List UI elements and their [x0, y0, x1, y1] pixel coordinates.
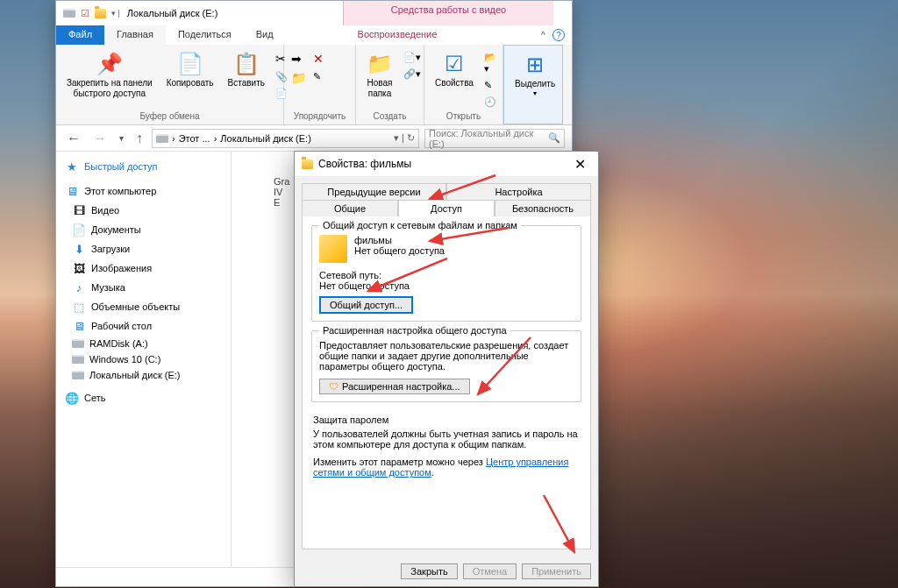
video-icon: 🎞 [72, 203, 86, 217]
nav-ramdisk[interactable]: RAMDisk (A:) [56, 336, 231, 351]
tab-general[interactable]: Общие [302, 200, 398, 216]
copy-button[interactable]: 📄 Копировать [161, 46, 219, 92]
password-change-text: Изменить этот параметр можно через Центр… [313, 457, 580, 478]
select-icon: ⊞ [526, 51, 544, 79]
tab-playback[interactable]: Воспроизведение [346, 25, 450, 45]
ribbon: 📌 Закрепить на панели быстрого доступа 📄… [56, 45, 572, 125]
easy-access-icon[interactable]: 🔗▾ [402, 67, 423, 81]
rename-icon[interactable]: ✎ [311, 69, 325, 84]
network-path-label: Сетевой путь: [319, 270, 574, 280]
nav-3d[interactable]: ⬚Объемные объекты [56, 297, 231, 316]
nav-desktop[interactable]: 🖥Рабочий стол [56, 316, 231, 336]
desktop-icon: 🖥 [72, 319, 86, 333]
network-sharing-group: Общий доступ к сетевым файлам и папкам ф… [311, 225, 581, 322]
shared-folder-name: фильмы [354, 235, 445, 245]
new-item-icon[interactable]: 📄▾ [402, 50, 423, 65]
qat-folder-icon[interactable] [95, 9, 106, 18]
advanced-sharing-group: Расширенная настройка общего доступа Пре… [311, 330, 581, 402]
nav-videos[interactable]: 🎞Видео [56, 201, 231, 220]
address-bar: ← → ▾ ↑ › Этот ... › Локальный диск (E:)… [56, 125, 572, 152]
nav-recent-button[interactable]: ▾ [116, 131, 127, 145]
shield-icon: 🛡 [329, 381, 339, 392]
close-dialog-button[interactable]: Закрыть [401, 563, 457, 579]
history-icon[interactable]: 🕘 [482, 95, 498, 110]
quick-access[interactable]: ★Быстрый доступ [56, 157, 231, 176]
new-folder-icon: 📁 [367, 50, 393, 78]
select-button[interactable]: ⊞ Выделить ▾ [510, 47, 560, 101]
drive-icon [72, 339, 84, 348]
search-icon: 🔍 [548, 132, 560, 144]
paste-icon: 📋 [233, 50, 260, 78]
qat-dropdown-icon[interactable]: ▾ | [111, 9, 120, 18]
qat-save-icon[interactable]: ☑ [81, 8, 89, 19]
nav-downloads[interactable]: ⬇Загрузки [56, 239, 231, 259]
download-icon: ⬇ [72, 242, 86, 256]
password-desc: У пользователей должны быть учетная запи… [313, 429, 580, 450]
tab-main[interactable]: Главная [104, 25, 166, 45]
document-icon: 📄 [72, 223, 86, 237]
folder-large-icon [319, 235, 347, 263]
folder-icon [302, 159, 313, 169]
create-group-label: Создать [361, 110, 418, 123]
cube-icon: ⬚ [72, 300, 86, 314]
music-icon: ♪ [72, 280, 86, 294]
pc-icon: 🖥 [65, 184, 79, 198]
tab-security[interactable]: Безопасность [495, 200, 591, 216]
open-group-label: Открыть [430, 110, 497, 123]
pin-icon: 📌 [96, 50, 123, 78]
nav-documents[interactable]: 📄Документы [56, 220, 231, 239]
drive-small-icon [63, 9, 75, 18]
tab-share[interactable]: Поделиться [166, 25, 244, 45]
sharing-status: Нет общего доступа [354, 245, 445, 256]
nav-up-button[interactable]: ↑ [132, 129, 146, 148]
nav-pictures[interactable]: 🖼Изображения [56, 259, 231, 278]
drive-icon [72, 371, 84, 379]
delete-icon[interactable]: ✕ [311, 50, 325, 67]
help-icon[interactable]: ? [552, 29, 565, 41]
properties-icon: ☑ [445, 50, 464, 78]
tab-previous-versions[interactable]: Предыдущие версии [302, 183, 446, 200]
ribbon-tabs: Файл Главная Поделиться Вид Воспроизведе… [56, 25, 572, 45]
pin-quick-access-button[interactable]: 📌 Закрепить на панели быстрого доступа [61, 46, 158, 103]
open-icon[interactable]: 📂▾ [482, 50, 498, 76]
organize-group-label: Упорядочить [289, 110, 350, 123]
move-to-icon[interactable]: ➡ [289, 50, 308, 67]
tab-customize[interactable]: Настройка [446, 183, 591, 200]
ribbon-collapse-icon[interactable]: ^ [541, 30, 545, 40]
tab-view[interactable]: Вид [244, 25, 286, 45]
edit-icon[interactable]: ✎ [482, 78, 498, 93]
paste-button[interactable]: 📋 Вставить [223, 46, 270, 92]
advanced-sharing-desc: Предоставляет пользовательские разрешени… [319, 340, 574, 372]
nav-windows-c[interactable]: Windows 10 (C:) [56, 351, 231, 367]
address-path[interactable]: › Этот ... › Локальный диск (E:) ▾ | ↻ [152, 129, 419, 148]
share-button[interactable]: Общий доступ... [319, 296, 413, 314]
navigation-pane: ★Быстрый доступ 🖥Этот компьютер 🎞Видео 📄… [56, 152, 232, 567]
pictures-icon: 🖼 [72, 261, 86, 275]
nav-back-button[interactable]: ← [63, 129, 84, 148]
star-icon: ★ [65, 159, 79, 174]
properties-titlebar: Свойства: фильмы ✕ [295, 152, 598, 176]
cancel-button[interactable]: Отмена [463, 563, 517, 579]
nav-network[interactable]: 🌐Сеть [56, 388, 231, 407]
apply-button[interactable]: Применить [522, 563, 591, 579]
properties-button[interactable]: ☑ Свойства [430, 46, 479, 92]
close-button[interactable]: ✕ [569, 156, 591, 173]
advanced-sharing-button[interactable]: 🛡 Расширенная настройка... [319, 379, 470, 394]
network-path-value: Нет общего доступа [319, 280, 574, 291]
properties-tabs: Предыдущие версии Настройка Общие Доступ… [302, 183, 591, 216]
password-protection-group: Защита паролем У пользователей должны бы… [311, 411, 581, 481]
nav-local-e[interactable]: Локальный диск (E:) [56, 367, 231, 383]
nav-forward-button[interactable]: → [89, 129, 110, 148]
copy-icon: 📄 [177, 50, 203, 78]
search-input[interactable]: Поиск: Локальный диск (E:) 🔍 [424, 129, 565, 148]
this-pc[interactable]: 🖥Этот компьютер [56, 181, 231, 201]
drive-icon [72, 355, 84, 364]
new-folder-button[interactable]: 📁 Новая папка [361, 46, 398, 103]
clipboard-group-label: Буфер обмена [61, 110, 278, 123]
nav-music[interactable]: ♪Музыка [56, 278, 231, 297]
network-icon: 🌐 [65, 391, 79, 405]
tab-file[interactable]: Файл [56, 25, 104, 45]
copy-to-icon[interactable]: 📁 [289, 69, 308, 87]
address-drive-icon [156, 134, 168, 143]
tab-sharing[interactable]: Доступ [398, 200, 495, 216]
